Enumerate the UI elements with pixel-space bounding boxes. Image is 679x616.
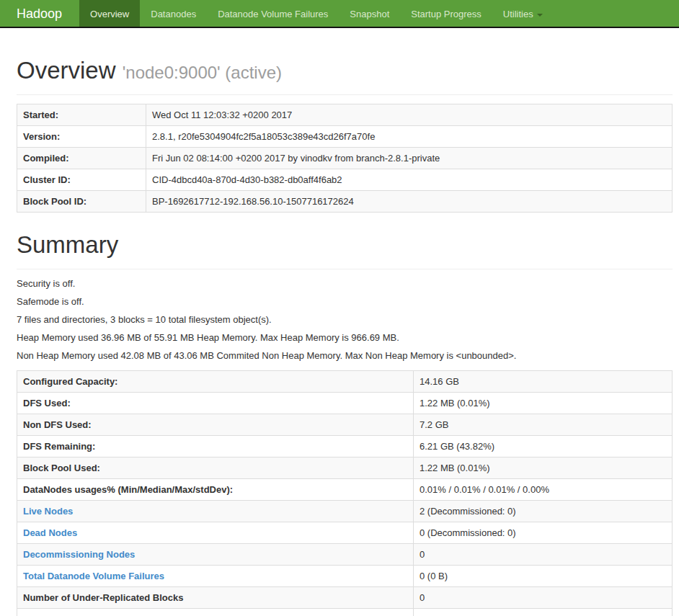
row-label: Dead Nodes [17,522,414,543]
row-label: Number of Under-Replicated Blocks [17,586,414,608]
table-row: Cluster ID: CID-4dbcd40a-870d-4d30-b382-… [17,169,673,190]
table-row: DataNodes usages% (Min/Median/Max/stdDev… [17,478,673,500]
decommissioning-nodes-link[interactable]: Decommissioning Nodes [23,549,135,560]
table-row: Block Pool ID: BP-1692617712-192.168.56.… [17,190,673,212]
summary-table: Configured Capacity: 14.16 GB DFS Used: … [17,370,673,616]
live-nodes-link[interactable]: Live Nodes [23,506,73,517]
row-label: DFS Used: [17,392,414,414]
table-row: Total Datanode Volume Failures 0 (0 B) [17,565,673,586]
main-content: Overview 'node0:9000' (active) Started: … [0,57,679,616]
table-row: Configured Capacity: 14.16 GB [17,370,673,392]
row-value: 1.22 MB (0.01%) [414,457,673,478]
page-title-text: Overview [17,57,116,84]
table-row: Non DFS Used: 7.2 GB [17,414,673,435]
nav-tab-datanodes[interactable]: Datanodes [140,0,207,27]
row-value: 0.01% / 0.01% / 0.01% / 0.00% [414,478,673,500]
row-value: 14.16 GB [414,370,673,392]
row-label: Decommissioning Nodes [17,543,414,565]
table-row: Live Nodes 2 (Decommissioned: 0) [17,500,673,522]
row-value: 2 (Decommissioned: 0) [414,500,673,522]
row-label: DFS Remaining: [17,435,414,457]
total-datanode-volume-failures-link[interactable]: Total Datanode Volume Failures [23,571,164,581]
top-navbar: Hadoop Overview Datanodes Datanode Volum… [0,0,679,28]
summary-paragraphs: Security is off. Safemode is off. 7 file… [17,278,673,361]
row-value: 7.2 GB [414,414,673,435]
row-label: Block Pool Used: [17,457,414,478]
row-value: 6.21 GB (43.82%) [414,435,673,457]
row-label: Configured Capacity: [17,370,414,392]
row-value: CID-4dbcd40a-870d-4d30-b382-db0aff4f6ab2 [146,169,673,190]
table-row: DFS Used: 1.22 MB (0.01%) [17,392,673,414]
row-value: Fri Jun 02 08:14:00 +0200 2017 by vinodk… [146,147,673,169]
nav-tab-snapshot[interactable]: Snapshot [339,0,400,27]
nav-tab-datanode-volume-failures[interactable]: Datanode Volume Failures [207,0,339,27]
row-label: Non DFS Used: [17,414,414,435]
row-value: Wed Oct 11 12:03:32 +0200 2017 [146,104,673,125]
namenode-address: 'node0:9000' (active) [123,63,282,82]
nav-tab-utilities[interactable]: Utilities [492,0,554,27]
row-label: Compiled: [17,147,146,169]
hadoop-brand[interactable]: Hadoop [17,0,79,27]
filesystem-objects-count: 7 files and directories, 3 blocks = 10 t… [17,314,673,325]
table-row: Number of Under-Replicated Blocks 0 [17,586,673,608]
heap-memory-usage: Heap Memory used 36.96 MB of 55.91 MB He… [17,332,673,343]
row-label: DataNodes usages% (Min/Median/Max/stdDev… [17,478,414,500]
row-value: 0 [414,586,673,608]
summary-heading: Summary [17,231,673,259]
table-row: Number of Blocks Pending Deletion 0 [17,608,673,616]
row-label: Version: [17,125,146,147]
chevron-down-icon [537,14,543,17]
row-label: Block Pool ID: [17,190,146,212]
row-label: Started: [17,104,146,125]
row-value: BP-1692617712-192.168.56.10-150771617262… [146,190,673,212]
row-value: 0 (0 B) [414,565,673,586]
table-row: DFS Remaining: 6.21 GB (43.82%) [17,435,673,457]
title-divider [17,94,673,95]
nav-tab-utilities-label: Utilities [503,9,533,19]
table-row: Compiled: Fri Jun 02 08:14:00 +0200 2017… [17,147,673,169]
nav-tab-overview[interactable]: Overview [79,0,140,27]
non-heap-memory-usage: Non Heap Memory used 42.08 MB of 43.06 M… [17,350,673,361]
row-value: 2.8.1, r20fe5304904fc2f5a18053c389e43cd2… [146,125,673,147]
security-status: Security is off. [17,278,673,289]
row-value: 1.22 MB (0.01%) [414,392,673,414]
summary-divider [17,269,673,269]
page-title: Overview 'node0:9000' (active) [17,57,673,84]
table-row: Block Pool Used: 1.22 MB (0.01%) [17,457,673,478]
row-label: Number of Blocks Pending Deletion [17,608,414,616]
namenode-info-table: Started: Wed Oct 11 12:03:32 +0200 2017 … [17,104,673,213]
row-value: 0 (Decommissioned: 0) [414,522,673,543]
safemode-status: Safemode is off. [17,296,673,307]
table-row: Started: Wed Oct 11 12:03:32 +0200 2017 [17,104,673,125]
row-value: 0 [414,608,673,616]
row-value: 0 [414,543,673,565]
row-label: Total Datanode Volume Failures [17,565,414,586]
table-row: Version: 2.8.1, r20fe5304904fc2f5a18053c… [17,125,673,147]
row-label: Live Nodes [17,500,414,522]
row-label: Cluster ID: [17,169,146,190]
table-row: Decommissioning Nodes 0 [17,543,673,565]
table-row: Dead Nodes 0 (Decommissioned: 0) [17,522,673,543]
nav-tab-startup-progress[interactable]: Startup Progress [400,0,492,27]
dead-nodes-link[interactable]: Dead Nodes [23,527,77,538]
